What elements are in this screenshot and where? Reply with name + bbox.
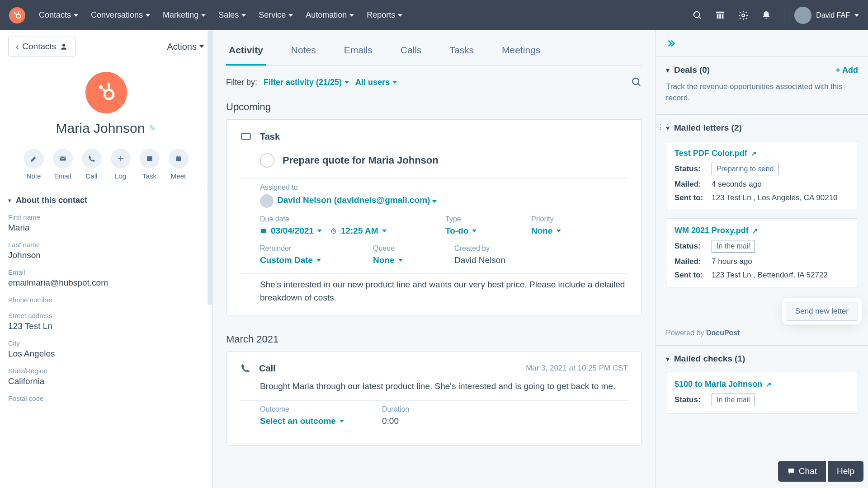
task-description[interactable]: She's interested in our new product line…: [240, 278, 628, 304]
divider: [240, 273, 628, 274]
back-contacts-button[interactable]: ‹ Contacts: [8, 37, 75, 56]
status-key: Status:: [675, 395, 707, 404]
task-type-dropdown[interactable]: To-do: [445, 226, 476, 236]
search-icon[interactable]: [631, 77, 642, 88]
contact-name: Maria Johnson ✎: [56, 121, 156, 136]
nav-sales[interactable]: Sales: [218, 10, 246, 20]
meet-button[interactable]: [169, 149, 189, 169]
last-name-value[interactable]: Johnson: [8, 250, 204, 260]
chat-button[interactable]: Chat: [778, 461, 826, 482]
log-button[interactable]: [111, 149, 131, 169]
tab-calls[interactable]: Calls: [398, 41, 425, 66]
checks-title[interactable]: Mailed checks (1): [674, 354, 745, 364]
contact-actions-row: Note Email Call Log Task Meet: [0, 141, 212, 191]
letters-title[interactable]: Mailed letters (2): [674, 123, 742, 133]
status-badge: In the mail: [712, 240, 755, 253]
drag-handle-icon[interactable]: ⋮⋮: [657, 123, 671, 131]
group-march: March 2021: [226, 331, 642, 352]
letter-link[interactable]: Test PDF Color.pdf↗: [675, 149, 757, 158]
send-new-letter-button[interactable]: Send new letter: [786, 302, 858, 321]
task-title[interactable]: Prepare quote for Maria Johnson: [283, 155, 439, 166]
nav-reports[interactable]: Reports: [367, 10, 402, 20]
task-button[interactable]: [140, 149, 160, 169]
svg-rect-18: [60, 157, 66, 161]
sent-to-value: 123 Test Ln , Los Angeles, CA 90210: [712, 193, 838, 202]
first-name-value[interactable]: Maria: [8, 223, 204, 233]
filter-users-dropdown[interactable]: All users: [355, 78, 397, 87]
nav-conversations[interactable]: Conversations: [91, 10, 150, 20]
call-label: Call: [86, 172, 98, 180]
collapse-sidebar-button[interactable]: [656, 30, 868, 56]
help-button[interactable]: Help: [828, 461, 863, 482]
tab-emails[interactable]: Emails: [341, 41, 375, 66]
deals-title[interactable]: Deals (0): [674, 65, 710, 75]
reminder-dropdown[interactable]: Custom Date: [260, 255, 321, 265]
due-date-picker[interactable]: 03/04/2021: [260, 226, 322, 236]
log-label: Log: [115, 172, 126, 180]
chevron-down-icon: ▾: [8, 197, 11, 204]
divider: [240, 178, 628, 179]
external-link-icon: ↗: [751, 150, 757, 158]
deals-panel: ▾ Deals (0) + Add Track the revenue oppo…: [656, 56, 868, 114]
nav-service[interactable]: Service: [259, 10, 293, 20]
edit-pencil-icon[interactable]: ✎: [149, 123, 156, 133]
record-tabs: Activity Notes Emails Calls Tasks Meetin…: [226, 30, 642, 66]
task-label: Task: [142, 172, 156, 180]
queue-label: Queue: [373, 244, 423, 253]
assigned-to-dropdown[interactable]: David Nelson (davidnels@gmail.com): [260, 194, 628, 208]
svg-rect-22: [176, 157, 181, 162]
group-upcoming: Upcoming: [226, 99, 642, 119]
letter-link[interactable]: WM 2021 Proxy.pdf↗: [675, 226, 758, 235]
tab-notes[interactable]: Notes: [288, 41, 319, 66]
outcome-dropdown[interactable]: Select an outcome: [260, 416, 344, 426]
chevron-down-icon[interactable]: ▾: [666, 66, 670, 75]
priority-dropdown[interactable]: None: [531, 226, 561, 236]
user-menu[interactable]: David FAF: [784, 7, 859, 24]
about-title: About this contact: [16, 196, 87, 205]
nav-automation[interactable]: Automation: [306, 10, 354, 20]
sent-to-value: 123 Test Ln , Bettendorf, IA 52722: [712, 271, 828, 280]
tab-activity[interactable]: Activity: [226, 41, 266, 66]
hubspot-logo[interactable]: [9, 7, 25, 23]
check-link[interactable]: $100 to Maria Johnson↗: [675, 380, 772, 389]
svg-point-11: [742, 14, 745, 17]
svg-line-6: [699, 16, 701, 19]
tab-meetings[interactable]: Meetings: [499, 41, 543, 66]
city-value[interactable]: Los Angeles: [8, 349, 204, 359]
field-label: State/Region: [8, 367, 204, 375]
svg-line-27: [638, 84, 640, 86]
task-complete-checkbox[interactable]: [260, 153, 274, 168]
contact-avatar: [85, 72, 127, 113]
about-section-toggle[interactable]: ▾ About this contact: [0, 191, 212, 210]
duration-value: 0:00: [382, 416, 399, 426]
nav-marketing[interactable]: Marketing: [163, 10, 206, 20]
svg-point-26: [632, 78, 639, 84]
call-notes[interactable]: Brought Maria through our latest product…: [240, 380, 628, 393]
field-label: Last name: [8, 241, 204, 249]
email-button[interactable]: [53, 149, 73, 169]
filter-activity-dropdown[interactable]: Filter activity (21/25): [264, 78, 349, 87]
due-time-picker[interactable]: 12:25 AM: [330, 226, 387, 236]
settings-icon[interactable]: [738, 10, 749, 21]
call-button[interactable]: [82, 149, 102, 169]
svg-point-17: [107, 83, 110, 86]
chevron-left-icon: ‹: [16, 42, 19, 52]
nav-items: Contacts Conversations Marketing Sales S…: [39, 10, 402, 20]
chevron-down-icon[interactable]: ▾: [666, 355, 670, 363]
search-icon[interactable]: [693, 10, 703, 20]
notifications-icon[interactable]: [761, 10, 771, 20]
add-deal-button[interactable]: + Add: [835, 66, 858, 75]
state-value[interactable]: California: [8, 376, 204, 386]
email-value[interactable]: emailmaria@hubspot.com: [8, 278, 204, 288]
scrollbar[interactable]: [208, 30, 212, 305]
nav-contacts[interactable]: Contacts: [39, 10, 78, 20]
letter-card: WM 2021 Proxy.pdf↗ Status:In the mail Ma…: [666, 218, 858, 287]
tab-tasks[interactable]: Tasks: [447, 41, 476, 66]
call-timestamp: Mar 3, 2021 at 10:25 PM CST: [526, 364, 628, 373]
marketplace-icon[interactable]: [715, 10, 725, 20]
actions-dropdown[interactable]: Actions: [167, 42, 204, 52]
status-badge: In the mail: [712, 394, 755, 406]
note-button[interactable]: [24, 149, 44, 169]
queue-dropdown[interactable]: None: [373, 255, 403, 265]
street-value[interactable]: 123 Test Ln: [8, 321, 204, 331]
